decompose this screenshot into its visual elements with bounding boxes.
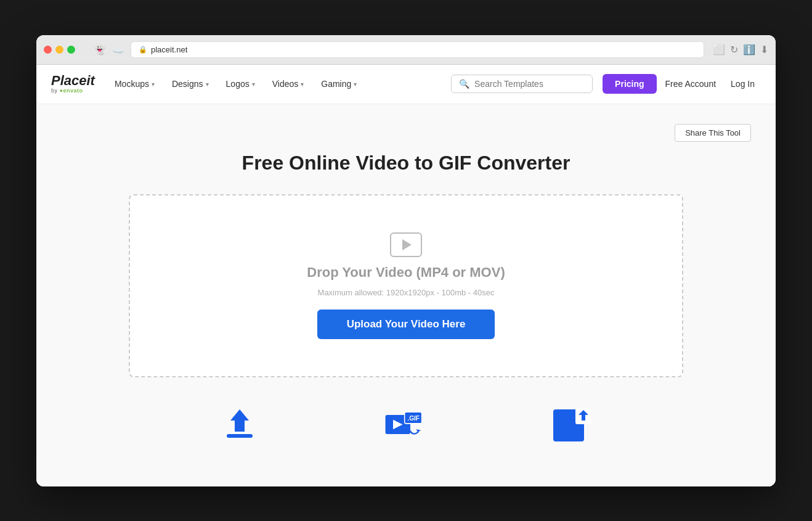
chevron-down-icon: ▾ bbox=[152, 81, 155, 88]
browser-window: 👻 ☁️ 🔒 placeit.net ⬜ ↻ ℹ️ ⬇ Placeit by ●… bbox=[36, 35, 776, 486]
minimize-button[interactable] bbox=[55, 46, 63, 54]
page-title: Free Online Video to GIF Converter bbox=[61, 152, 751, 174]
share-out-icon-section bbox=[551, 407, 594, 444]
bottom-icons: .GIF bbox=[61, 407, 751, 444]
share-tool-button[interactable]: Share This Tool bbox=[675, 124, 751, 142]
share-out-icon bbox=[551, 407, 594, 444]
video-placeholder-icon bbox=[390, 232, 422, 257]
svg-text:.GIF: .GIF bbox=[407, 415, 420, 422]
chevron-down-icon: ▾ bbox=[354, 81, 357, 88]
url-text: placeit.net bbox=[151, 45, 187, 54]
ghost-icon: 👻 bbox=[94, 44, 106, 55]
traffic-lights bbox=[44, 46, 75, 54]
search-icon: 🔍 bbox=[459, 79, 469, 89]
maximize-button[interactable] bbox=[67, 46, 75, 54]
search-input[interactable] bbox=[474, 79, 585, 89]
browser-icons-right: ⬜ ↻ ℹ️ ⬇ bbox=[713, 44, 768, 55]
drop-zone[interactable]: Drop Your Video (MP4 or MOV) Maximum all… bbox=[129, 194, 683, 377]
upload-icon-section bbox=[218, 407, 261, 444]
translate-icon[interactable]: ⬜ bbox=[713, 44, 725, 55]
convert-icon: .GIF bbox=[384, 407, 428, 444]
logo-text: Placeit bbox=[51, 74, 95, 88]
main-content: Share This Tool Free Online Video to GIF… bbox=[36, 104, 776, 486]
svg-marker-6 bbox=[416, 429, 421, 432]
chevron-down-icon: ▾ bbox=[206, 81, 209, 88]
play-icon bbox=[402, 239, 412, 250]
svg-rect-1 bbox=[227, 434, 253, 438]
browser-chrome: 👻 ☁️ 🔒 placeit.net ⬜ ↻ ℹ️ ⬇ bbox=[36, 35, 776, 65]
close-button[interactable] bbox=[44, 46, 52, 54]
logo-sub: by ●envato bbox=[51, 88, 95, 94]
chevron-down-icon: ▾ bbox=[301, 81, 304, 88]
logo[interactable]: Placeit by ●envato bbox=[51, 74, 95, 94]
login-button[interactable]: Log In bbox=[725, 74, 761, 94]
free-account-button[interactable]: Free Account bbox=[659, 74, 723, 94]
download-icon[interactable]: ⬇ bbox=[760, 44, 768, 55]
svg-marker-0 bbox=[230, 409, 249, 432]
nav-designs[interactable]: Designs ▾ bbox=[164, 64, 216, 104]
nav-gaming[interactable]: Gaming ▾ bbox=[314, 64, 364, 104]
nav-mockups[interactable]: Mockups ▾ bbox=[107, 64, 162, 104]
chevron-down-icon: ▾ bbox=[252, 81, 255, 88]
cloud-icon: ☁️ bbox=[112, 44, 124, 55]
convert-icon-section: .GIF bbox=[384, 407, 428, 444]
search-bar[interactable]: 🔍 bbox=[451, 75, 593, 93]
nav-logos[interactable]: Logos ▾ bbox=[219, 64, 262, 104]
main-nav: Placeit by ●envato Mockups ▾ Designs ▾ L… bbox=[36, 65, 776, 104]
nav-videos[interactable]: Videos ▾ bbox=[265, 64, 312, 104]
browser-icons-left: 👻 ☁️ bbox=[94, 44, 124, 55]
upload-icon bbox=[218, 407, 261, 444]
envato-text: ●envato bbox=[60, 88, 83, 94]
lock-icon: 🔒 bbox=[139, 46, 147, 54]
drop-subtext: Maximum allowed: 1920x1920px - 100mb - 4… bbox=[318, 288, 495, 297]
refresh-icon[interactable]: ↻ bbox=[730, 44, 738, 55]
upload-video-button[interactable]: Upload Your Video Here bbox=[317, 310, 495, 339]
address-bar[interactable]: 🔒 placeit.net bbox=[131, 41, 704, 58]
pricing-button[interactable]: Pricing bbox=[603, 74, 656, 94]
info-icon[interactable]: ℹ️ bbox=[743, 44, 755, 55]
drop-text: Drop Your Video (MP4 or MOV) bbox=[307, 265, 505, 281]
